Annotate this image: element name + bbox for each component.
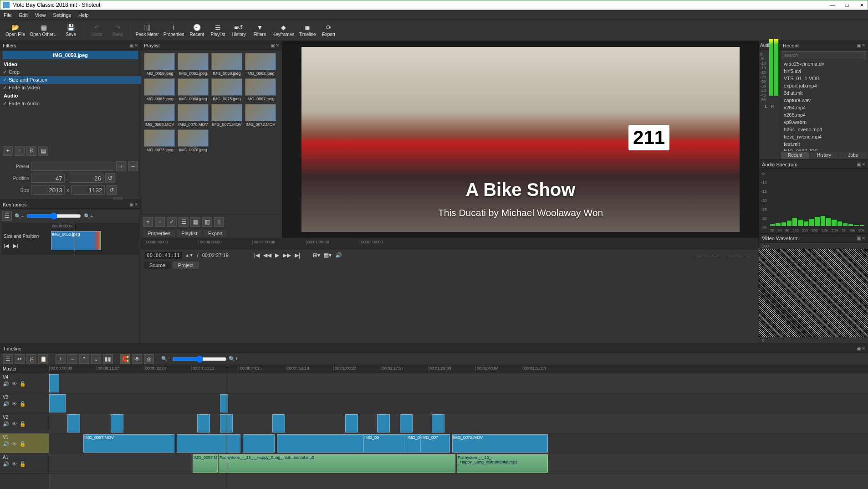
timeline-clip[interactable] <box>272 414 285 432</box>
track-head-v1[interactable]: V1🔊👁🔓 <box>0 433 49 453</box>
timeline-clip[interactable] <box>377 414 390 432</box>
preset-remove-button[interactable]: − <box>128 161 138 171</box>
undo-button[interactable]: ↶Undo <box>87 21 107 41</box>
zoom-out-icon[interactable]: 🔍− <box>161 356 170 362</box>
panel-float-icon[interactable]: ▣ <box>129 202 133 207</box>
filter-item[interactable]: Size and Position <box>0 76 141 84</box>
lock-icon[interactable]: 🔓 <box>20 401 26 407</box>
position-x-input[interactable] <box>31 174 65 183</box>
pl-view-detail-button[interactable]: ☰ <box>179 217 189 227</box>
recent-item[interactable]: x264.mp4 <box>780 104 868 111</box>
timeline-clip[interactable] <box>111 414 123 432</box>
recent-item[interactable]: VTS_01_1.VOB <box>780 75 868 82</box>
maximize-button[interactable]: □ <box>844 2 850 8</box>
lock-icon[interactable]: 🔓 <box>20 381 26 387</box>
track-lane[interactable]: IMG_0057.MOVIMG_00IMG_00IMG_007IMG_0072.… <box>49 433 868 453</box>
size-w-input[interactable] <box>31 185 65 195</box>
save-button[interactable]: 💾Save <box>61 21 81 41</box>
close-button[interactable]: ✕ <box>858 2 865 8</box>
mute-icon[interactable]: 🔊 <box>3 461 9 467</box>
tl-copy-button[interactable]: ⎘ <box>26 354 36 364</box>
pl-view-tiles-button[interactable]: ▦ <box>190 217 200 227</box>
pl-menu-button[interactable]: ≡ <box>214 217 224 227</box>
tl-lift-button[interactable]: ⌃ <box>79 354 89 364</box>
lock-icon[interactable]: 🔓 <box>20 461 26 467</box>
tab-source[interactable]: Source <box>144 262 171 269</box>
track-head-a1[interactable]: A1🔊👁🔓 <box>0 453 49 474</box>
preview-viewport[interactable]: 211 A Bike Show This Ducati by Michael W… <box>282 41 759 238</box>
playlist-item[interactable]: IMG_0070.MOV <box>178 104 209 127</box>
tl-remove-button[interactable]: − <box>67 354 77 364</box>
timeline-clip[interactable]: Pachyderm_-_13_-_Happy_Song_instrumental… <box>457 454 548 473</box>
kf-prev-button[interactable]: |◀ <box>4 243 9 249</box>
minimize-button[interactable]: — <box>829 2 836 8</box>
filter-item[interactable]: Fade In Audio <box>0 100 141 108</box>
filters-button[interactable]: ▼Filters <box>250 21 270 41</box>
grid-button[interactable]: ▦▾ <box>324 252 332 258</box>
menu-edit[interactable]: Edit <box>19 12 28 18</box>
timeline-clip[interactable] <box>220 414 233 432</box>
mute-icon[interactable]: 🔊 <box>3 441 9 447</box>
tl-zoom-slider[interactable] <box>172 355 227 363</box>
tl-overwrite-button[interactable]: ⌄ <box>91 354 101 364</box>
timeline-clip[interactable] <box>177 434 240 453</box>
tab-jobs[interactable]: Jobs <box>839 152 867 159</box>
kf-zoom-slider[interactable] <box>26 212 81 220</box>
tl-ripple-button[interactable]: ◎ <box>144 354 154 364</box>
mute-icon[interactable]: 🔊 <box>3 421 9 427</box>
filter-item[interactable]: Crop <box>0 68 141 76</box>
keyframes-button[interactable]: ◆Keyframes <box>271 21 296 41</box>
hide-icon[interactable]: 👁 <box>12 381 17 387</box>
playlist-item[interactable]: IMG_0075.jpeg <box>211 78 242 101</box>
remove-filter-button[interactable]: − <box>15 146 25 156</box>
timeline-playhead[interactable] <box>227 365 227 489</box>
panel-close-icon[interactable]: ✕ <box>134 43 138 48</box>
pl-view-icons-button[interactable]: ▥ <box>202 217 212 227</box>
lock-icon[interactable]: 🔓 <box>20 441 26 447</box>
playlist-item[interactable]: IMG_0071.MOV <box>211 104 242 127</box>
timeline-clip[interactable]: IMG_00 <box>363 434 404 453</box>
timeline-clip[interactable] <box>345 414 358 432</box>
recent-item[interactable]: wide25-cinema.dv <box>780 60 868 67</box>
kf-clip[interactable]: IMG_0050.jpeg <box>51 231 101 250</box>
mute-icon[interactable]: 🔊 <box>3 401 9 407</box>
playlist-item[interactable]: IMG_0063.jpeg <box>144 78 175 101</box>
properties-button[interactable]: iProperties <box>162 21 186 41</box>
playlist-item[interactable]: IMG_0067.jpeg <box>245 78 276 101</box>
playlist-item[interactable]: IMG_0064.jpeg <box>178 78 209 101</box>
play-button[interactable]: ▶ <box>275 252 279 258</box>
panel-close-icon[interactable]: ✕ <box>276 43 279 48</box>
timeline-clip[interactable] <box>49 394 66 412</box>
timeline-clip[interactable]: IMG_0072.MOV <box>452 434 548 453</box>
zoom-in-icon[interactable]: 🔍+ <box>229 356 238 362</box>
preset-add-button[interactable]: + <box>116 161 126 171</box>
lock-icon[interactable]: 🔓 <box>20 421 26 427</box>
tl-append-button[interactable]: + <box>56 354 66 364</box>
size-reset-button[interactable]: ↺ <box>107 185 117 195</box>
preview-ruler[interactable]: 00:00:00:0000:00:30:0000:01:00:0000:01:3… <box>141 238 759 250</box>
track-lane[interactable] <box>49 373 868 393</box>
tl-cut-button[interactable]: ✂ <box>15 354 25 364</box>
track-head-v3[interactable]: V3🔊👁🔓 <box>0 393 49 413</box>
tab-properties[interactable]: Properties <box>143 230 175 237</box>
open-other--button[interactable]: ▤Open Other… <box>28 21 60 41</box>
track-lane[interactable]: IMG_0057.MOPachyderm_-_13_-_Happy_Song_i… <box>49 453 868 474</box>
skip-next-button[interactable]: ▶| <box>295 252 300 258</box>
kf-playhead[interactable] <box>75 223 75 255</box>
menu-view[interactable]: View <box>35 12 46 18</box>
timeline-clip[interactable]: Pachyderm_-_13_-_Happy_Song_instrumental… <box>219 454 455 473</box>
recent-item[interactable]: capture.wav <box>780 97 868 104</box>
tl-paste-button[interactable]: 📋 <box>38 354 48 364</box>
timeline-clip[interactable]: IMG_0057.MOV <box>83 434 174 453</box>
kf-next-button[interactable]: ▶| <box>13 243 18 249</box>
size-h-input[interactable] <box>71 185 105 195</box>
timeline-clip[interactable] <box>197 414 210 432</box>
menu-file[interactable]: File <box>4 12 12 18</box>
playlist-button[interactable]: ☰Playlist <box>208 21 228 41</box>
tab-recent[interactable]: Recent <box>781 152 809 159</box>
recent-item[interactable]: export job.mp4 <box>780 82 868 89</box>
timeline-clip[interactable] <box>243 434 275 453</box>
fforward-button[interactable]: ▶▶ <box>283 252 291 258</box>
playlist-item[interactable]: IMG_0076.jpeg <box>178 129 209 152</box>
tl-snap-button[interactable]: 🧲 <box>120 354 130 364</box>
